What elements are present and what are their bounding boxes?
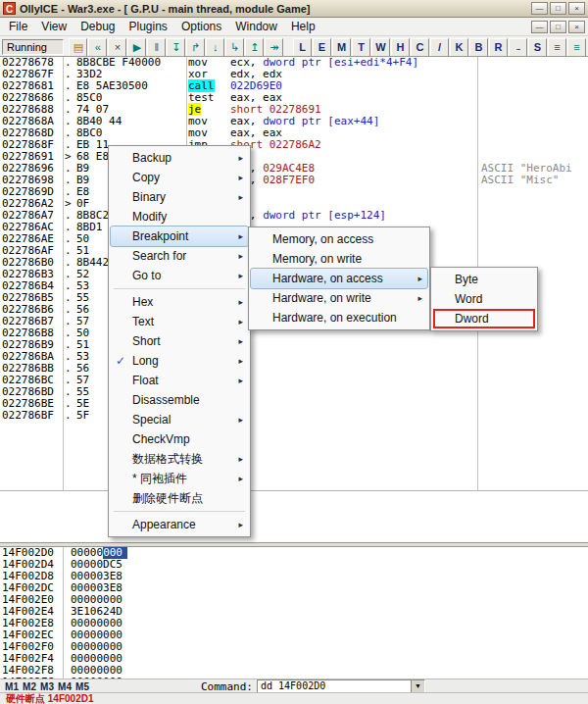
letter-buttons: LEMTWHC/KBR...S xyxy=(293,38,547,57)
animate-over-button[interactable]: ↳ xyxy=(225,38,244,57)
menu-item-hex[interactable]: Hex▸ xyxy=(111,292,248,312)
menu-item-float[interactable]: Float▸ xyxy=(111,371,248,390)
go-to-user-code-button[interactable]: ↠ xyxy=(265,38,283,57)
menu-view[interactable]: View xyxy=(34,18,74,35)
menu-item-binary[interactable]: Binary▸ xyxy=(111,187,248,207)
panel-button-l[interactable]: L xyxy=(293,38,312,57)
disasm-row[interactable]: 0227868A.8B40 44moveax, dword ptr [eax+4… xyxy=(0,116,588,127)
disasm-row[interactable]: 022786BB.56 xyxy=(0,363,588,375)
submenu-arrow-icon: ▸ xyxy=(238,292,243,312)
menu-item-search-for[interactable]: Search for▸ xyxy=(111,246,248,266)
disasm-row[interactable]: 02278678.8B8CBE F40000movecx, dword ptr … xyxy=(0,57,588,69)
menu-item-label: Dword xyxy=(455,312,489,326)
disasm-row[interactable]: 0227869D.E8 xyxy=(0,186,588,198)
panel-button-b[interactable]: B xyxy=(469,38,488,57)
disasm-bytes: E8 5AE30500 xyxy=(76,80,188,92)
disasm-row[interactable]: 022786BA.53 xyxy=(0,351,588,363)
windows-list-button[interactable]: ≡ xyxy=(548,38,566,57)
menu-item-breakpoint[interactable]: Breakpoint▸ xyxy=(111,226,248,246)
menu-item-text[interactable]: Text▸ xyxy=(111,312,248,331)
mdi-minimize-button[interactable]: — xyxy=(531,21,548,33)
macro-button-m5[interactable]: M5 xyxy=(74,681,91,692)
step-over-button[interactable]: ↱ xyxy=(186,38,205,57)
disasm-row[interactable]: 022786BC.57 xyxy=(0,375,588,386)
disasm-row[interactable]: 0227868F.EB 11jmpshort 022786A2 xyxy=(0,139,588,151)
menu-item-item[interactable]: 数据格式转换▸ xyxy=(111,449,248,469)
macro-button-m3[interactable]: M3 xyxy=(38,681,56,692)
menu-help[interactable]: Help xyxy=(284,18,322,35)
menu-item-hardware-on-access[interactable]: Hardware, on access▸ xyxy=(251,269,427,288)
menu-item-checkvmp[interactable]: CheckVmp xyxy=(111,429,248,449)
menu-item-item[interactable]: * 同袍插件▸ xyxy=(111,469,248,488)
menu-separator xyxy=(114,511,245,512)
command-input[interactable]: dd 14F002D0 xyxy=(258,680,411,692)
menu-item-hardware-on-execution[interactable]: Hardware, on execution xyxy=(251,308,427,327)
mdi-close-button[interactable]: × xyxy=(568,21,585,33)
maximize-button[interactable]: □ xyxy=(550,2,566,15)
menu-file[interactable]: File xyxy=(2,18,34,35)
restart-button[interactable]: « xyxy=(88,38,107,57)
status-bar: 硬件断点 14F002D1 xyxy=(0,692,588,704)
menu-item-item[interactable]: 删除硬件断点 xyxy=(111,488,248,508)
menu-item-appearance[interactable]: Appearance▸ xyxy=(111,515,248,534)
run-to-return-button[interactable]: ↥ xyxy=(245,38,264,57)
macro-button-m1[interactable]: M1 xyxy=(3,681,21,692)
column-divider xyxy=(63,547,64,679)
menu-item-word[interactable]: Word xyxy=(433,289,535,309)
disasm-row[interactable]: 022786BD.55 xyxy=(0,386,588,398)
panel-button-t[interactable]: T xyxy=(352,38,370,57)
menu-item-long[interactable]: ✓Long▸ xyxy=(111,351,248,371)
open-file-button[interactable]: ▤ xyxy=(69,38,87,57)
menu-item-byte[interactable]: Byte xyxy=(433,270,535,289)
menu-debug[interactable]: Debug xyxy=(74,18,122,35)
options-panel-button[interactable]: ≡ xyxy=(567,38,586,57)
minimize-button[interactable]: — xyxy=(531,2,548,15)
disasm-row[interactable]: 0227867F.33D2xoredx, edx xyxy=(0,69,588,80)
menu-window[interactable]: Window xyxy=(228,18,284,35)
dump-pane[interactable]: 14F002D00000000014F002D400000DC514F002D8… xyxy=(0,547,588,679)
disasm-row[interactable]: 022786A7.8B8C24 24010000movecx, dword pt… xyxy=(0,210,588,222)
panel-button-r[interactable]: R xyxy=(489,38,508,57)
disasm-row[interactable]: 02278681.E8 5AE30500call022D69E0 xyxy=(0,80,588,92)
menu-item-special[interactable]: Special▸ xyxy=(111,410,248,429)
disasm-row[interactable]: 022786BE.5E xyxy=(0,398,588,410)
menu-plugins[interactable]: Plugins xyxy=(122,18,174,35)
pause-button[interactable]: ‖ xyxy=(147,38,166,57)
animate-into-button[interactable]: ↓ xyxy=(206,38,224,57)
panel-button-k[interactable]: K xyxy=(450,38,468,57)
submenu-arrow-icon: ▸ xyxy=(238,148,243,168)
close-program-button[interactable]: × xyxy=(108,38,126,57)
menu-item-backup[interactable]: Backup▸ xyxy=(111,148,248,168)
panel-button-c[interactable]: C xyxy=(411,38,429,57)
menu-item-memory-on-access[interactable]: Memory, on access xyxy=(251,229,427,249)
menu-item-dword[interactable]: Dword xyxy=(433,309,535,328)
column-divider[interactable] xyxy=(63,57,64,491)
mdi-restore-button[interactable]: □ xyxy=(550,21,566,33)
run-button[interactable]: ▶ xyxy=(127,38,146,57)
panel-button-item[interactable]: / xyxy=(430,38,449,57)
command-combobox[interactable]: dd 14F002D0 ▼ xyxy=(257,679,425,693)
panel-button-h[interactable]: H xyxy=(391,38,410,57)
menu-item-modify[interactable]: Modify xyxy=(111,207,248,226)
menu-item-label: 删除硬件断点 xyxy=(132,491,203,505)
menu-item-disassemble[interactable]: Disassemble xyxy=(111,390,248,410)
panel-button-w[interactable]: W xyxy=(371,38,390,57)
menu-options[interactable]: Options xyxy=(174,18,228,35)
panel-button-e[interactable]: E xyxy=(313,38,331,57)
menu-item-copy[interactable]: Copy▸ xyxy=(111,168,248,187)
panel-button-m[interactable]: M xyxy=(332,38,351,57)
combo-dropdown-icon[interactable]: ▼ xyxy=(411,680,424,692)
panel-button-item[interactable]: ... xyxy=(509,38,527,57)
menu-item-short[interactable]: Short▸ xyxy=(111,331,248,351)
menu-item-memory-on-write[interactable]: Memory, on write xyxy=(251,249,427,269)
menu-item-hardware-on-write[interactable]: Hardware, on write▸ xyxy=(251,288,427,308)
disasm-row[interactable]: 02278698.B9movecx, 028F7EF0ASCII "Misc" xyxy=(0,175,588,186)
macro-button-m2[interactable]: M2 xyxy=(21,681,38,692)
menu-item-go-to[interactable]: Go to▸ xyxy=(111,266,248,285)
panel-button-s[interactable]: S xyxy=(528,38,547,57)
disasm-row[interactable]: 022786BF.5F xyxy=(0,410,588,422)
macro-button-m4[interactable]: M4 xyxy=(56,681,74,692)
close-button[interactable]: × xyxy=(568,2,585,15)
step-into-button[interactable]: ↧ xyxy=(167,38,185,57)
disasm-row[interactable]: 022786B9.51 xyxy=(0,339,588,351)
